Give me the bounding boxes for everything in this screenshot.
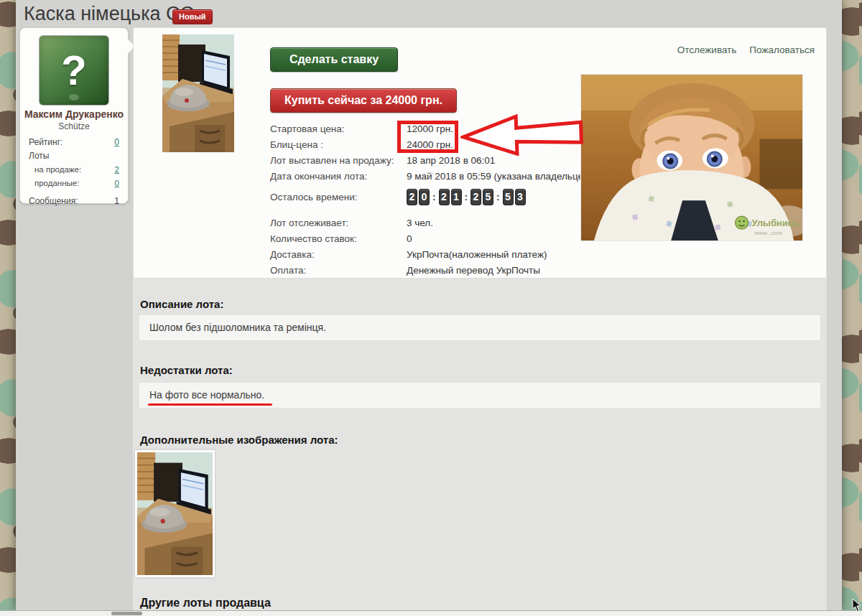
timer-digit: 3: [515, 189, 526, 205]
timer-digit: 1: [451, 189, 462, 205]
timer-colon: :: [496, 192, 500, 202]
lot-main-photo[interactable]: [162, 34, 234, 152]
payment-value: Денежный перевод УкрПочты: [407, 263, 540, 279]
report-link[interactable]: Пожаловаться: [749, 45, 815, 55]
price-annotation-rect: [397, 121, 458, 153]
countdown-timer: 20:21:25:53: [407, 189, 527, 205]
delivery-value: УкрПочта(наложенный платеж): [407, 247, 547, 263]
seller-name[interactable]: Максим Друкаренко: [20, 108, 128, 120]
place-bid-button[interactable]: Сделать ставку: [270, 47, 398, 72]
payment-row: Оплата: Денежный перевод УкрПочты: [270, 263, 701, 279]
avatar-reflection: [69, 94, 79, 101]
start-price-label: Стартовая цена:: [270, 121, 407, 137]
description-text: Шолом без підшоломника та ремінця.: [149, 322, 326, 333]
page-title: Каска німецька СС: [24, 3, 194, 25]
defects-box: На фото все нормально.: [139, 382, 821, 409]
watchers-value: 3 чел.: [407, 215, 433, 231]
auction-lot-page: { "page": { "title": "Каска німецька СС"…: [0, 0, 862, 616]
lot-content: Сделать ставку Купить сейчас за 24000 гр…: [133, 27, 827, 611]
meme-baby-photo: Улыбнись www...com: [580, 74, 803, 241]
watch-link[interactable]: Отслеживать: [677, 45, 737, 55]
watchers-label: Лот отслеживает:: [270, 215, 407, 231]
other-lots-title: Другие лоты продавца: [140, 597, 271, 610]
horizontal-scrollbar[interactable]: [0, 610, 862, 616]
lots-row: Лоты: [29, 149, 119, 163]
lot-main-panel: Сделать ставку Купить сейчас за 24000 гр…: [133, 27, 827, 279]
extra-lot-photo[interactable]: [135, 450, 215, 577]
seller-avatar[interactable]: ?: [39, 35, 109, 106]
messages-value: 1: [114, 195, 119, 208]
sold-label: проданные:: [34, 177, 79, 190]
timer-digit: 0: [419, 189, 430, 205]
lot-action-links: Отслеживать Пожаловаться: [677, 45, 815, 55]
page-container: Каска німецька СС Новый ? Максим Друкаре…: [16, 0, 842, 611]
timer-colon: :: [432, 192, 436, 202]
onsale-value-link[interactable]: 2: [115, 163, 119, 177]
watermark-text: Улыбнись: [751, 218, 798, 228]
baby-photo-illustration: Улыбнись www...com: [581, 75, 802, 241]
new-badge: Новый: [172, 9, 213, 24]
question-mark-icon: ?: [61, 50, 86, 91]
onsale-label: на продаже:: [34, 163, 81, 177]
delivery-label: Доставка:: [270, 247, 407, 263]
timer-digit: 2: [407, 189, 417, 205]
sold-value-link[interactable]: 0: [115, 177, 119, 190]
lots-sold-row: проданные: 0: [29, 177, 119, 190]
annotation-arrow-icon: [460, 114, 584, 156]
timer-digit: 2: [471, 189, 481, 205]
end-date-value: 9 май 2018 в 05:59 (указана владельцем л: [407, 169, 598, 185]
bids-count-value: 0: [407, 231, 412, 247]
bids-count-label: Количество ставок:: [270, 231, 407, 247]
seller-stats: Рейтинг: 0 Лоты на продаже: 2 проданные:…: [29, 136, 119, 208]
lots-label: Лоты: [29, 149, 49, 163]
payment-label: Оплата:: [270, 263, 407, 279]
scrollbar-thumb[interactable]: [111, 612, 142, 615]
listed-date-label: Лот выставлен на продажу:: [270, 153, 407, 169]
timer-digit: 5: [483, 189, 493, 205]
defects-text: На фото все нормально.: [149, 389, 264, 401]
extra-images-title: Дополнительные изображения лота:: [140, 434, 338, 446]
lots-onsale-row: на продаже: 2: [29, 163, 119, 177]
blitz-price-label: Блиц-цена :: [270, 137, 407, 153]
time-left-label: Осталось времени:: [270, 192, 407, 202]
defects-title: Недостатки лота:: [140, 364, 233, 376]
timer-digit: 5: [503, 189, 514, 205]
watermark-url: www...com: [754, 230, 782, 236]
buy-now-button[interactable]: Купить сейчас за 24000 грн.: [270, 88, 457, 113]
timer-colon: :: [465, 192, 468, 202]
messages-label: Сообщения:: [29, 195, 78, 208]
rating-row: Рейтинг: 0: [29, 136, 119, 149]
description-box: Шолом без підшоломника та ремінця.: [139, 314, 821, 341]
seller-rank: Schütze: [20, 121, 128, 131]
defects-annotation-underline: [148, 403, 272, 406]
description-title: Описание лота:: [140, 298, 223, 310]
mouse-cursor-icon: [852, 598, 862, 612]
messages-row: Сообщения: 1: [29, 195, 119, 208]
seller-card: ? Максим Друкаренко Schütze Рейтинг: 0 Л…: [19, 27, 129, 204]
timer-digit: 2: [439, 189, 450, 205]
rating-label: Рейтинг:: [29, 136, 62, 149]
end-date-label: Дата окончания лота:: [270, 169, 407, 185]
delivery-row: Доставка: УкрПочта(наложенный платеж): [270, 247, 701, 263]
rating-value-link[interactable]: 0: [114, 136, 119, 149]
